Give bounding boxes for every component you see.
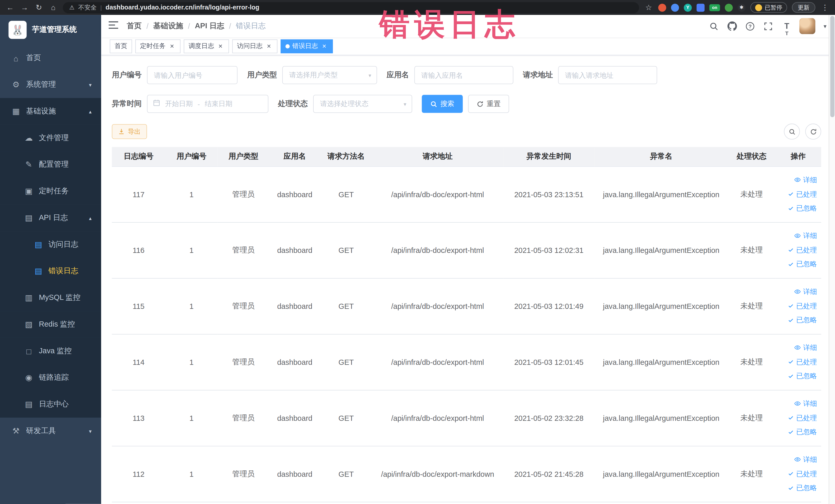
table-row: 1121管理员dashboardGET/api/infra/db-doc/exp… [112, 446, 821, 502]
url-divider: | [100, 4, 102, 11]
extension-icon[interactable] [671, 3, 679, 11]
sidebar-item-Java 监控[interactable]: □Java 监控 [0, 338, 101, 364]
cell-actions: 详细已处理已忽略 [775, 334, 821, 390]
extension-icon[interactable] [725, 3, 733, 11]
app-logo[interactable]: 🐰 芋道管理系统 [0, 15, 101, 45]
date-range-picker[interactable]: 开始日期 - 结束日期 [147, 95, 268, 113]
cell-user_id: 1 [165, 334, 218, 390]
font-size-icon[interactable]: TT [781, 21, 792, 31]
action-ignored[interactable]: 已忽略 [788, 425, 817, 439]
action-detail[interactable]: 详细 [794, 452, 817, 466]
cell-actions: 详细已处理已忽略 [775, 166, 821, 222]
search-button[interactable]: 搜索 [422, 95, 463, 113]
cell-actions: 详细已处理已忽略 [775, 278, 821, 334]
github-icon[interactable] [727, 21, 737, 31]
table-header-row: 日志编号用户编号用户类型应用名请求方法名请求地址异常发生时间异常名处理状态操作 [112, 147, 821, 166]
user-menu-chevron-down-icon[interactable]: ▾ [823, 23, 826, 29]
breadcrumb: 首页/基础设施/API 日志/错误日志 [127, 21, 266, 31]
process-status-label: 处理状态 [278, 99, 308, 108]
action-detail[interactable]: 详细 [794, 341, 817, 354]
sidebar-item-Redis 监控[interactable]: ▧Redis 监控 [0, 311, 101, 338]
action-processed[interactable]: 已处理 [788, 411, 817, 424]
action-detail[interactable]: 详细 [794, 229, 817, 242]
sidebar-item-系统管理[interactable]: ⚙系统管理▾ [0, 72, 101, 98]
sidebar-item-定时任务[interactable]: ▣定时任务 [0, 178, 101, 205]
reload-icon[interactable]: ↻ [34, 3, 44, 12]
user-avatar[interactable] [799, 18, 815, 34]
fullscreen-icon[interactable] [763, 21, 773, 31]
database-icon: ▥ [23, 293, 34, 302]
search-icon[interactable] [709, 21, 719, 31]
tab-调度日志[interactable]: 调度日志× [184, 39, 229, 53]
action-ignored[interactable]: 已忽略 [788, 313, 817, 327]
sidebar-item-日志中心[interactable]: ▤日志中心 [0, 391, 101, 418]
sidebar-item-错误日志[interactable]: ▤错误日志 [0, 258, 101, 284]
action-ignored[interactable]: 已忽略 [788, 257, 817, 270]
tab-定时任务[interactable]: 定时任务× [135, 39, 180, 53]
home-icon[interactable]: ⌂ [48, 3, 58, 12]
svg-text:?: ? [749, 23, 752, 29]
cell-url: /api/infra/db-doc/export-html [372, 166, 503, 222]
scrollbar-thumb[interactable] [830, 16, 834, 117]
sidebar-item-文件管理[interactable]: ☁文件管理 [0, 124, 101, 151]
forward-icon[interactable]: → [20, 3, 29, 12]
app-name-input[interactable] [414, 66, 513, 84]
action-ignored[interactable]: 已忽略 [788, 369, 817, 383]
cell-user_type: 管理员 [218, 222, 269, 278]
close-icon[interactable]: × [217, 42, 224, 50]
browser-menu-dots-icon[interactable]: ⋮ [820, 3, 830, 12]
profile-avatar-icon [755, 4, 762, 11]
filter-row-2: 异常时间 开始日期 - 结束日期 处理状态 请选 [112, 95, 821, 113]
tab-错误日志[interactable]: 错误日志× [281, 39, 333, 53]
extension-icon[interactable]: ✱ [737, 3, 746, 11]
action-processed[interactable]: 已处理 [788, 355, 817, 368]
toggle-search-button[interactable] [784, 123, 800, 139]
reset-button[interactable]: 重置 [468, 95, 509, 113]
sidebar-item-配置管理[interactable]: ✎配置管理 [0, 151, 101, 178]
sidebar-item-MySQL 监控[interactable]: ▥MySQL 监控 [0, 284, 101, 311]
action-processed[interactable]: 已处理 [788, 299, 817, 313]
sidebar-item-访问日志[interactable]: ▤访问日志 [0, 231, 101, 258]
action-processed[interactable]: 已处理 [788, 467, 817, 480]
url-bar[interactable]: ⚠ 不安全 | dashboard.yudao.iocoder.cn/infra… [63, 2, 639, 13]
close-icon[interactable]: × [168, 42, 176, 50]
action-detail[interactable]: 详细 [794, 285, 817, 298]
user-type-select[interactable]: 请选择用户类型 ▾ [282, 66, 377, 84]
breadcrumb-item[interactable]: 基础设施 [153, 21, 183, 31]
hamburger-icon[interactable] [108, 21, 119, 31]
export-button[interactable]: 导出 [112, 124, 147, 139]
cell-id: 117 [112, 166, 165, 222]
chrome-update-button[interactable]: 更新 [792, 2, 815, 13]
extension-icon[interactable] [658, 3, 666, 11]
sidebar-item-基础设施[interactable]: ▦基础设施▴ [0, 98, 101, 125]
action-processed[interactable]: 已处理 [788, 187, 817, 201]
action-processed[interactable]: 已处理 [788, 243, 817, 257]
tab-首页[interactable]: 首页 [109, 39, 132, 53]
user-id-input[interactable] [147, 66, 238, 84]
extension-icon[interactable]: Y [684, 3, 692, 11]
request-url-input[interactable] [558, 66, 657, 84]
bookmark-star-icon[interactable]: ☆ [644, 3, 653, 12]
action-detail[interactable]: 详细 [794, 397, 817, 410]
breadcrumb-item[interactable]: API 日志 [195, 21, 224, 31]
close-icon[interactable]: × [265, 42, 272, 50]
action-detail[interactable]: 详细 [794, 173, 817, 186]
profile-paused-chip[interactable]: 已暂停 [750, 2, 787, 13]
sidebar-item-首页[interactable]: ⌂首页 [0, 45, 101, 72]
extension-icon[interactable] [697, 3, 705, 11]
close-icon[interactable]: × [321, 42, 328, 50]
back-icon[interactable]: ← [5, 3, 15, 12]
sidebar-item-API 日志[interactable]: ▤API 日志▴ [0, 205, 101, 231]
extension-on-badge-icon[interactable]: on [710, 4, 720, 11]
action-ignored[interactable]: 已忽略 [788, 201, 817, 215]
refresh-button[interactable] [805, 123, 821, 139]
action-ignored[interactable]: 已忽略 [788, 481, 817, 494]
tab-访问日志[interactable]: 访问日志× [232, 39, 278, 53]
sidebar-item-研发工具[interactable]: ⚒研发工具▾ [0, 418, 101, 444]
sidebar-item-链路追踪[interactable]: ◉链路追踪 [0, 364, 101, 391]
column-header: 用户类型 [218, 147, 269, 166]
breadcrumb-item[interactable]: 首页 [127, 21, 142, 31]
cell-user_type: 管理员 [218, 390, 269, 446]
help-icon[interactable]: ? [745, 21, 755, 31]
process-status-select[interactable]: 请选择处理状态 ▾ [313, 95, 412, 113]
